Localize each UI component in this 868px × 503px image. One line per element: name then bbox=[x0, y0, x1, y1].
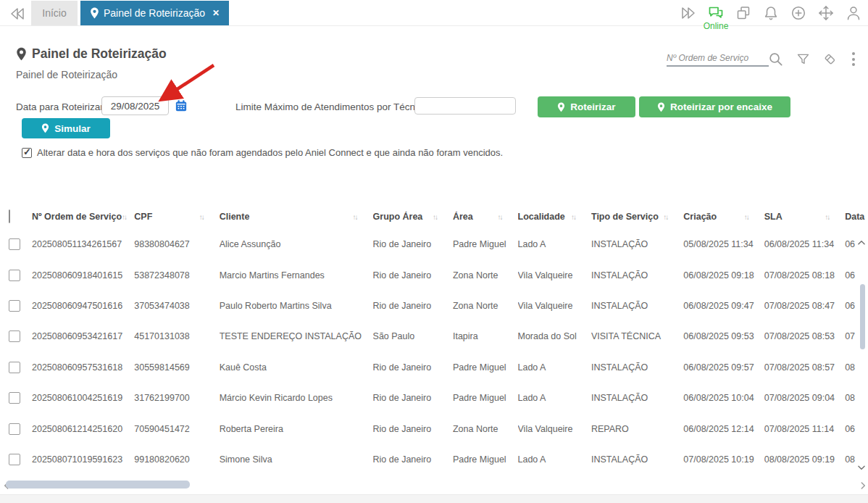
alter-date-checkbox[interactable] bbox=[22, 148, 32, 158]
alter-date-option: Alterar data e hora dos serviços que não… bbox=[22, 147, 503, 158]
sort-icon[interactable]: ↑↓ bbox=[199, 213, 204, 221]
table-cell: 202508061004251619 bbox=[32, 393, 134, 403]
pin-icon bbox=[41, 123, 49, 133]
search-input[interactable] bbox=[667, 51, 769, 67]
column-header[interactable]: SLA↑↓ bbox=[764, 212, 845, 222]
vertical-scrollbar-thumb[interactable] bbox=[860, 284, 865, 349]
row-checkbox[interactable] bbox=[9, 362, 20, 373]
table-body: 20250805113426156798380804627Alice Assun… bbox=[9, 229, 868, 475]
table-cell: Marcio Martins Fernandes bbox=[220, 270, 373, 280]
row-checkbox[interactable] bbox=[9, 238, 20, 250]
table-cell: 202508060947501616 bbox=[32, 301, 134, 311]
table-cell: Rio de Janeiro bbox=[373, 424, 453, 434]
limit-input[interactable] bbox=[414, 97, 516, 115]
table-cell: Vila Valqueire bbox=[518, 424, 591, 434]
column-header-label: CPF bbox=[134, 212, 152, 222]
sort-icon[interactable]: ↑↓ bbox=[122, 213, 126, 221]
topbar: Início Painel de Roteirização ✕ Online bbox=[0, 0, 868, 26]
chat-online-icon[interactable]: Online bbox=[707, 4, 725, 22]
table-cell: 07/08/2025 08:53 bbox=[764, 331, 845, 341]
sort-icon[interactable]: ↑↓ bbox=[353, 213, 357, 221]
scroll-down-icon[interactable] bbox=[856, 462, 867, 473]
pin-icon bbox=[16, 47, 27, 61]
column-header[interactable]: Área↑↓ bbox=[453, 212, 518, 222]
table-cell: 06/08/2025 10:04 bbox=[683, 393, 764, 403]
fast-forward-icon[interactable] bbox=[680, 4, 697, 22]
more-options-icon[interactable] bbox=[849, 51, 858, 67]
column-header[interactable]: Tipo de Serviço↑↓ bbox=[591, 212, 683, 222]
table-cell: 202508060953421617 bbox=[32, 331, 134, 341]
sort-icon[interactable]: ↑↓ bbox=[498, 213, 502, 221]
simulate-button-label: Simular bbox=[54, 123, 91, 134]
column-header[interactable]: Nº Ordem de Serviço↑↓ bbox=[32, 212, 134, 222]
table-cell: 202508061214251620 bbox=[32, 424, 134, 434]
row-checkbox[interactable] bbox=[9, 423, 20, 435]
pin-icon bbox=[90, 7, 99, 19]
sort-icon[interactable]: ↑↓ bbox=[744, 213, 748, 221]
table-cell: REPARO bbox=[591, 424, 683, 434]
route-fit-button[interactable]: Roteirizar por encaixe bbox=[639, 96, 790, 117]
column-header[interactable]: Criação↑↓ bbox=[683, 212, 764, 222]
move-icon[interactable] bbox=[817, 4, 835, 22]
bell-icon[interactable] bbox=[762, 4, 780, 22]
table-cell: 98380804627 bbox=[134, 239, 219, 249]
close-icon[interactable]: ✕ bbox=[212, 8, 220, 18]
simulate-button[interactable]: Simular bbox=[22, 118, 110, 138]
table-row: 20250806121425162070590451472Roberta Per… bbox=[9, 413, 868, 444]
column-header-label: Localidade bbox=[518, 212, 565, 222]
table-cell: 07/08/2025 08:57 bbox=[764, 362, 845, 373]
row-checkbox[interactable] bbox=[9, 392, 20, 404]
table-cell: TESTE ENDEREÇO INSTALAÇÃO bbox=[220, 331, 373, 341]
table-cell: Márcio Kevin Ricardo Lopes bbox=[220, 393, 373, 403]
row-checkbox[interactable] bbox=[9, 270, 20, 281]
table-cell: 08 bbox=[845, 393, 868, 403]
table-cell: Itapira bbox=[453, 331, 518, 341]
copy-icon[interactable] bbox=[735, 4, 752, 22]
table-row: 20250806100425161931762199700Márcio Kevi… bbox=[9, 383, 868, 413]
column-header-label: Grupo Área bbox=[373, 212, 423, 222]
search-icon[interactable] bbox=[767, 51, 784, 67]
table-cell: 07/08/2025 11:14 bbox=[764, 424, 845, 434]
table-cell: 31762199700 bbox=[134, 393, 219, 403]
scroll-right-icon[interactable] bbox=[858, 481, 868, 491]
table-cell: Alice Assunção bbox=[220, 239, 373, 249]
rewind-tabs-icon[interactable] bbox=[9, 5, 26, 22]
column-header[interactable]: CPF↑↓ bbox=[134, 212, 219, 222]
row-checkbox-cell bbox=[9, 300, 32, 312]
eraser-icon[interactable] bbox=[822, 51, 838, 67]
date-input[interactable] bbox=[101, 96, 169, 115]
table-row: 20250805113426156798380804627Alice Assun… bbox=[9, 229, 868, 259]
row-checkbox[interactable] bbox=[9, 331, 20, 342]
filter-icon[interactable] bbox=[796, 51, 811, 67]
column-header[interactable]: Grupo Área↑↓ bbox=[373, 212, 453, 222]
online-status: Online bbox=[704, 21, 729, 31]
tab-painel-de-roteirizacao[interactable]: Painel de Roteirização ✕ bbox=[80, 1, 229, 25]
add-circle-icon[interactable] bbox=[790, 4, 807, 22]
column-header-label: Tipo de Serviço bbox=[591, 212, 659, 222]
row-checkbox[interactable] bbox=[9, 454, 20, 465]
window-bottom-strip bbox=[0, 494, 868, 503]
table-cell: 07/08/2025 09:04 bbox=[764, 393, 845, 403]
table-cell: Vila Valqueire bbox=[518, 270, 591, 280]
calendar-icon[interactable] bbox=[175, 99, 188, 112]
table-cell: Padre Miguel bbox=[453, 239, 518, 249]
horizontal-scrollbar-thumb[interactable] bbox=[6, 481, 190, 489]
table-cell: 08 bbox=[845, 362, 868, 373]
sort-icon[interactable]: ↑↓ bbox=[663, 213, 667, 221]
sort-icon[interactable]: ↑↓ bbox=[571, 213, 575, 221]
sort-icon[interactable]: ↑↓ bbox=[825, 213, 829, 221]
page-title: Painel de Roteirização bbox=[16, 46, 167, 62]
table-row: 20250806095342161745170131038TESTE ENDER… bbox=[9, 321, 868, 352]
column-header[interactable]: Cliente↑↓ bbox=[220, 212, 373, 222]
user-icon[interactable] bbox=[845, 4, 862, 22]
tab-inicio[interactable]: Início bbox=[31, 1, 78, 25]
column-header[interactable]: Data bbox=[845, 212, 868, 222]
route-button[interactable]: Roteirizar bbox=[538, 96, 635, 117]
scroll-up-icon[interactable] bbox=[856, 238, 867, 248]
select-all-checkbox[interactable] bbox=[9, 209, 10, 223]
row-checkbox[interactable] bbox=[9, 300, 20, 312]
sort-icon[interactable]: ↑↓ bbox=[433, 213, 437, 221]
table-cell: Morada do Sol bbox=[518, 331, 591, 341]
column-header[interactable]: Localidade↑↓ bbox=[518, 212, 591, 222]
table-cell: 06/08/2025 11:34 bbox=[764, 239, 845, 249]
